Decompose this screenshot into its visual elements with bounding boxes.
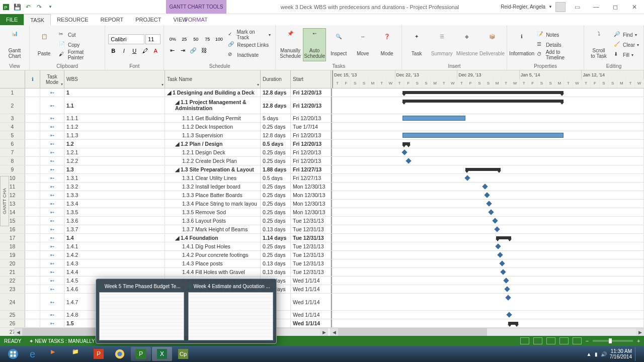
- gantt-bar[interactable]: [403, 116, 465, 121]
- pct-50-button[interactable]: 50: [190, 34, 201, 44]
- minimize-icon[interactable]: —: [589, 2, 604, 12]
- row-info[interactable]: [25, 174, 40, 182]
- notes-button[interactable]: 📝Notes: [535, 30, 581, 39]
- row-start[interactable]: Fri 12/27/13: [291, 174, 331, 182]
- row-gantt[interactable]: [331, 285, 644, 293]
- row-num[interactable]: 1: [0, 88, 25, 97]
- tab-report[interactable]: REPORT: [95, 14, 130, 25]
- gantt-milestone[interactable]: [492, 218, 498, 223]
- row-start[interactable]: Fri 12/20/13: [291, 97, 331, 114]
- col-wbs[interactable]: WBS▾: [64, 70, 165, 88]
- row-num[interactable]: 2: [0, 97, 25, 114]
- row-num[interactable]: 5: [0, 131, 25, 139]
- auto-schedule-button[interactable]: ➵Auto Schedule: [303, 28, 326, 61]
- gantt-milestone[interactable]: [506, 312, 512, 317]
- table-row[interactable]: 16➵1.3.71.3.7 Mark Height of Beams0.13 d…: [0, 225, 644, 234]
- row-duration[interactable]: 0.5 days: [261, 174, 291, 182]
- row-wbs[interactable]: 1.1.2: [64, 123, 165, 131]
- row-info[interactable]: [25, 285, 40, 293]
- row-mode[interactable]: ➵: [40, 88, 64, 97]
- col-duration[interactable]: Duration: [261, 70, 291, 88]
- row-duration[interactable]: 0.25 days: [261, 183, 291, 191]
- row-info[interactable]: [25, 191, 40, 199]
- row-gantt[interactable]: [331, 123, 644, 131]
- save-icon[interactable]: 💾: [13, 3, 21, 11]
- row-start[interactable]: Fri 12/20/13: [291, 131, 331, 139]
- row-name[interactable]: 1.3.3 Place Batter Boards: [165, 191, 261, 199]
- row-mode[interactable]: ➵: [40, 208, 64, 216]
- row-start[interactable]: Mon 12/30/13: [291, 183, 331, 191]
- view-calendar-button[interactable]: [559, 337, 569, 344]
- table-row[interactable]: 14➵1.3.51.3.5 Remove Sod0.25 daysMon 12/…: [0, 208, 644, 217]
- row-wbs[interactable]: 1.4: [64, 234, 165, 242]
- row-start[interactable]: Tue 12/31/13: [291, 251, 331, 259]
- preview-window-1[interactable]: XWeek 5 Time Phased Budget Te...: [99, 282, 184, 340]
- row-wbs[interactable]: 1.3.6: [64, 217, 165, 225]
- row-wbs[interactable]: 1.1.3: [64, 131, 165, 139]
- col-info[interactable]: ℹ: [25, 70, 40, 88]
- table-row[interactable]: 13➵1.3.41.3.4 Place String to mark layou…: [0, 200, 644, 208]
- table-row[interactable]: 20➵1.4.31.4.3 Place posts0.13 daysTue 12…: [0, 259, 644, 268]
- paste-button[interactable]: 📋Paste: [33, 28, 55, 61]
- gantt-milestone[interactable]: [406, 158, 411, 163]
- copy-button[interactable]: 📄Copy: [57, 40, 102, 49]
- row-wbs[interactable]: 1.2.2: [64, 157, 165, 165]
- row-gantt[interactable]: [331, 157, 644, 165]
- table-row[interactable]: 9➵1.3◢ 1.3 Site Preparation & Layout1.88…: [0, 165, 644, 174]
- row-mode[interactable]: ➵: [40, 114, 64, 122]
- row-info[interactable]: [25, 311, 40, 319]
- gantt-milestone[interactable]: [464, 175, 470, 180]
- row-name[interactable]: 1.4.2 Pour concrete footings: [165, 251, 261, 259]
- gantt-summary-bar[interactable]: [465, 168, 501, 171]
- close-icon[interactable]: ✕: [627, 2, 642, 12]
- row-mode[interactable]: ➵: [40, 140, 64, 148]
- row-info[interactable]: [25, 157, 40, 165]
- ie-icon[interactable]: e: [25, 347, 45, 361]
- row-name[interactable]: 1.3.1 Clear Utility Lines: [165, 174, 261, 182]
- row-num[interactable]: 4: [0, 123, 25, 131]
- row-num[interactable]: 7: [0, 148, 25, 156]
- row-info[interactable]: [25, 234, 40, 242]
- table-row[interactable]: 7➵1.2.11.2.1 Design Deck0.25 daysFri 12/…: [0, 148, 644, 157]
- user-area[interactable]: Reid-Regier, Angela ▼: [501, 2, 566, 12]
- row-info[interactable]: [25, 114, 40, 122]
- row-mode[interactable]: ➵: [40, 259, 64, 267]
- indent-button[interactable]: ⇥: [178, 45, 188, 55]
- row-name[interactable]: ◢ 1.4 Foundation: [165, 234, 261, 242]
- row-mode[interactable]: ➵: [40, 165, 64, 173]
- gantt-summary-bar[interactable]: [403, 100, 564, 103]
- row-start[interactable]: Tue 12/31/13: [291, 234, 331, 242]
- row-duration[interactable]: 0.13 days: [261, 225, 291, 233]
- row-name[interactable]: 1.3.4 Place String to mark layou: [165, 200, 261, 208]
- row-info[interactable]: [25, 97, 40, 114]
- col-task-mode[interactable]: Task Mode▾: [40, 70, 64, 88]
- row-gantt[interactable]: [331, 191, 644, 199]
- table-row[interactable]: 21➵1.4.41.4.4 Fill Holes with Gravel0.13…: [0, 268, 644, 277]
- row-mode[interactable]: ➵: [40, 97, 64, 114]
- gantt-milestone[interactable]: [504, 286, 510, 292]
- row-start[interactable]: Tue 12/31/13: [291, 242, 331, 250]
- row-wbs[interactable]: 1.4.2: [64, 251, 165, 259]
- table-row[interactable]: 17➵1.4◢ 1.4 Foundation1.14 daysTue 12/31…: [0, 234, 644, 242]
- row-info[interactable]: [25, 268, 40, 276]
- clear-button[interactable]: 🧹Clear▾: [612, 40, 640, 49]
- row-start[interactable]: Wed 1/1/14: [291, 285, 331, 293]
- row-info[interactable]: [25, 148, 40, 156]
- gantt-summary-bar[interactable]: [403, 91, 564, 94]
- view-usage-button[interactable]: [533, 337, 542, 344]
- row-mode[interactable]: ➵: [40, 157, 64, 165]
- row-mode[interactable]: ➵: [40, 200, 64, 208]
- row-mode[interactable]: ➵: [40, 294, 64, 310]
- view-network-button[interactable]: [546, 337, 555, 344]
- font-color-button[interactable]: A: [150, 46, 160, 56]
- row-num[interactable]: 16: [0, 225, 25, 233]
- row-start[interactable]: Fri 12/20/13: [291, 157, 331, 165]
- inspect-button[interactable]: 🔍Inspect: [327, 28, 350, 61]
- row-duration[interactable]: 0.13 days: [261, 268, 291, 276]
- row-wbs[interactable]: 1.3.5: [64, 208, 165, 216]
- row-gantt[interactable]: [331, 140, 644, 148]
- row-mode[interactable]: ➵: [40, 234, 64, 242]
- row-gantt[interactable]: [331, 183, 644, 191]
- move-button[interactable]: ↔Move: [351, 28, 374, 61]
- row-info[interactable]: [25, 217, 40, 225]
